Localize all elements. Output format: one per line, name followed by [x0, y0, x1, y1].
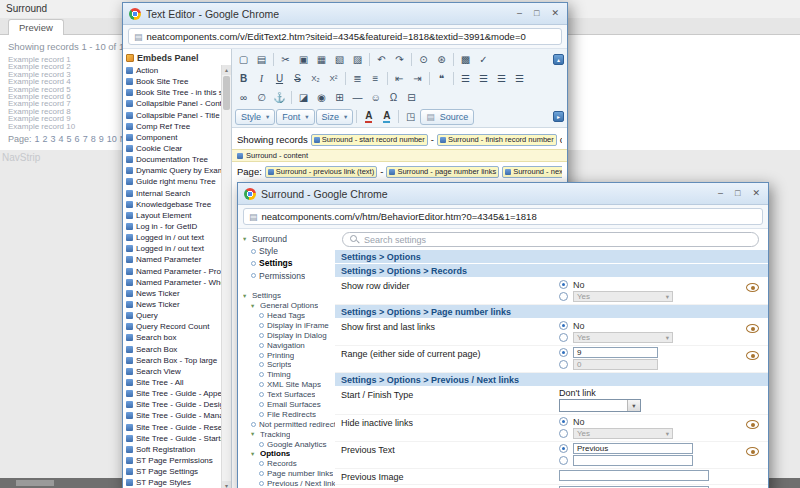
embed-item-cookie-clear[interactable]: Cookie Clear — [123, 143, 221, 154]
link-icon[interactable]: ∞ — [235, 90, 252, 106]
cut-icon[interactable]: ✂ — [277, 52, 294, 68]
tree-item-email-surfaces[interactable]: Email Surfaces — [243, 400, 335, 410]
tree-item-xml-site-maps[interactable]: XML Site Maps — [243, 380, 335, 390]
expand-arrow-icon[interactable]: ▾ — [251, 302, 258, 310]
embed-item-knowledgebase-tree[interactable]: Knowledgebase Tree — [123, 199, 221, 210]
page-number-link[interactable]: 1 — [35, 134, 40, 144]
embed-item-site-tree-guide-design[interactable]: Site Tree - Guide - Design — [123, 399, 221, 410]
visibility-eye-icon[interactable] — [746, 324, 759, 333]
embed-item-query-record-count[interactable]: Query Record Count — [123, 321, 221, 332]
flash-icon[interactable]: ◉ — [313, 90, 330, 106]
expand-arrow-icon[interactable]: ▾ — [243, 292, 250, 300]
tree-item-permissions[interactable]: Permissions — [243, 270, 335, 282]
superscript-icon[interactable]: X² — [325, 71, 342, 87]
address-bar[interactable]: ▤ neatcomponents.com/v/EditText2.htm?sit… — [128, 28, 562, 45]
embed-item-component[interactable]: Component — [123, 132, 221, 143]
table-icon[interactable]: ⊞ — [331, 90, 348, 106]
find-icon[interactable]: ⊙ — [415, 52, 432, 68]
embed-item-internal-search[interactable]: Internal Search — [123, 188, 221, 199]
expand-arrow-icon[interactable]: ▾ — [243, 235, 250, 243]
visibility-eye-icon[interactable] — [746, 447, 759, 456]
embed-item-book-site-tree-in-this-secti[interactable]: Book Site Tree - in this secti — [123, 87, 221, 98]
tree-item-settings[interactable]: Settings — [243, 257, 335, 269]
minimize-button[interactable]: – — [517, 9, 522, 18]
tree-item-surround[interactable]: ▾Surround — [243, 233, 335, 245]
tab-preview[interactable]: Preview — [8, 19, 64, 35]
embed-item-site-tree-guide-managen[interactable]: Site Tree - Guide - Managen — [123, 410, 221, 421]
blockquote-icon[interactable]: ❝ — [433, 71, 450, 87]
tree-item-general-options[interactable]: ▾General Options — [243, 301, 335, 311]
tree-item-options[interactable]: ▾Options — [243, 449, 335, 459]
page-number-link[interactable]: 3 — [51, 134, 56, 144]
radio-button[interactable] — [559, 417, 568, 426]
text-input[interactable]: 9 — [573, 347, 658, 358]
italic-icon[interactable]: I — [253, 71, 270, 87]
embed-token-start-record[interactable]: Surround - start record number — [311, 134, 428, 146]
replace-icon[interactable]: ⊛ — [433, 52, 450, 68]
scroll-down-icon[interactable]: ▾ — [222, 481, 231, 488]
embed-item-comp-ref-tree[interactable]: Comp Ref Tree — [123, 121, 221, 132]
page-number-link[interactable]: 5 — [67, 134, 72, 144]
expand-arrow-icon[interactable]: ▾ — [251, 450, 258, 458]
embed-item-soft-registration[interactable]: Soft Registration — [123, 444, 221, 455]
tree-item-page-number-links[interactable]: Page number links — [243, 469, 335, 479]
embed-item-query[interactable]: Query — [123, 310, 221, 321]
scroll-up-icon[interactable]: ▴ — [222, 65, 231, 75]
maximize-editor-icon[interactable]: ◳ — [402, 109, 419, 125]
toolbar-collapse-icon[interactable]: ▸ — [553, 111, 564, 122]
embed-token-finish-record[interactable]: Surround - finish record number — [437, 134, 557, 146]
embed-item-search-box[interactable]: Search box — [123, 332, 221, 343]
embed-item-collapsible-panel-title[interactable]: Collapsible Panel - Title — [123, 110, 221, 121]
embed-item-search-view[interactable]: Search View — [123, 366, 221, 377]
text-color-button[interactable]: A — [360, 109, 377, 125]
radio-button[interactable] — [559, 456, 568, 465]
text-input[interactable] — [573, 455, 693, 466]
page-number-link[interactable]: 8 — [91, 134, 96, 144]
paste-word-icon[interactable]: ▨ — [349, 52, 366, 68]
dropdown-select[interactable]: ▾ — [559, 399, 641, 412]
tree-item-file-redirects[interactable]: File Redirects — [243, 409, 335, 419]
embed-token-page-number-links[interactable]: Surround - page number links — [386, 166, 499, 178]
unlink-icon[interactable]: ∅ — [253, 90, 270, 106]
text-input[interactable]: Previous — [573, 443, 693, 454]
tree-item-settings[interactable]: ▾Settings — [243, 291, 335, 301]
source-button[interactable]: ▤Source — [420, 109, 474, 125]
page-number-link[interactable]: 7 — [83, 134, 88, 144]
embed-item-guide-right-menu-tree[interactable]: Guide right menu Tree — [123, 176, 221, 187]
new-page-icon[interactable]: ▢ — [235, 52, 252, 68]
horizontal-rule-icon[interactable]: ― — [349, 90, 366, 106]
align-center-icon[interactable]: ☰ — [475, 71, 492, 87]
toolbar-collapse-icon[interactable]: ▴ — [553, 54, 564, 65]
tree-item-style[interactable]: Style — [243, 245, 335, 257]
embed-token-next-link[interactable]: Surround - next link (text) — [502, 166, 562, 178]
close-button[interactable]: ✕ — [752, 189, 760, 198]
font-dropdown[interactable]: Font▾ — [276, 109, 314, 125]
embed-item-action[interactable]: Action — [123, 65, 221, 76]
embed-item-news-ticker[interactable]: News Ticker — [123, 299, 221, 310]
select-all-icon[interactable]: ▩ — [457, 52, 474, 68]
smiley-icon[interactable]: ☺ — [367, 90, 384, 106]
tree-item-display-in-dialog[interactable]: Display in Dialog — [243, 330, 335, 340]
embed-item-site-tree-guide-appendic[interactable]: Site Tree - Guide - Appendic — [123, 388, 221, 399]
visibility-eye-icon[interactable] — [746, 420, 759, 429]
align-left-icon[interactable]: ☰ — [457, 71, 474, 87]
embed-item-site-tree-guide-starts[interactable]: Site Tree - Guide - Starts — [123, 433, 221, 444]
minimize-button[interactable]: – — [718, 189, 723, 198]
indent-icon[interactable]: ⇥ — [409, 71, 426, 87]
embed-item-st-page-settings[interactable]: ST Page Settings — [123, 466, 221, 477]
embed-item-log-in-for-getid[interactable]: Log in - for GetID — [123, 221, 221, 232]
radio-button[interactable] — [559, 348, 568, 357]
radio-button[interactable] — [559, 280, 568, 289]
editor-window-titlebar[interactable]: Text Editor - Google Chrome – □ ✕ — [123, 3, 567, 25]
page-number-link[interactable]: 6 — [75, 134, 80, 144]
align-right-icon[interactable]: ☰ — [493, 71, 510, 87]
preview-icon[interactable]: ▤ — [253, 52, 270, 68]
expand-arrow-icon[interactable]: ▾ — [251, 430, 258, 438]
underline-icon[interactable]: U — [271, 71, 288, 87]
outdent-icon[interactable]: ⇤ — [391, 71, 408, 87]
embed-token-content[interactable]: Surround - content — [232, 149, 567, 162]
visibility-eye-icon[interactable] — [746, 351, 759, 360]
radio-button[interactable] — [559, 333, 568, 342]
embed-item-named-parameter[interactable]: Named Parameter — [123, 254, 221, 265]
embeds-scrollbar[interactable]: ▴ ▾ — [221, 65, 231, 488]
